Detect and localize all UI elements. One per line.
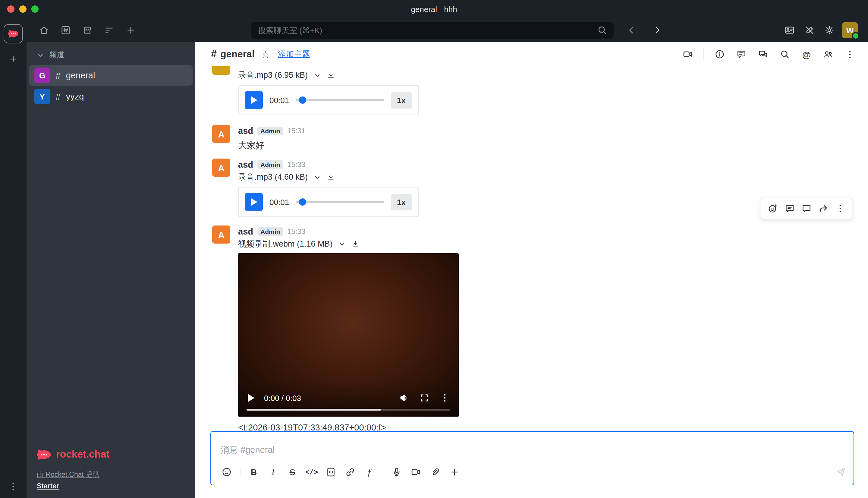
- home-button[interactable]: [37, 22, 51, 38]
- video-message-button[interactable]: [408, 464, 424, 481]
- video-play-button[interactable]: [248, 394, 254, 402]
- discussions-button[interactable]: [755, 46, 772, 63]
- directory-button[interactable]: [58, 22, 73, 38]
- message-list: 录音.mp3 (6.95 kB) 00:01 1x: [195, 66, 868, 431]
- video-progress-bar[interactable]: [246, 409, 450, 410]
- threads-button[interactable]: [733, 46, 750, 63]
- admin-button[interactable]: [783, 22, 797, 38]
- username[interactable]: asd: [238, 227, 253, 236]
- send-button[interactable]: [836, 467, 846, 477]
- message-composer: B I S </> ƒ: [210, 431, 854, 485]
- add-workspace-button[interactable]: [9, 54, 18, 64]
- audio-seek-slider[interactable]: [296, 99, 384, 101]
- history-forward-button[interactable]: [650, 22, 664, 38]
- attachment-title[interactable]: 录音.mp3 (6.95 kB): [238, 70, 308, 81]
- slider-knob[interactable]: [299, 96, 307, 104]
- close-window-button[interactable]: [7, 5, 14, 13]
- forward-button[interactable]: [815, 200, 832, 217]
- add-reaction-button[interactable]: [764, 200, 781, 217]
- thread-reply-button[interactable]: [781, 200, 798, 217]
- audio-play-button[interactable]: [245, 91, 263, 109]
- inline-code-button[interactable]: </>: [303, 464, 320, 481]
- sidebar-item-general[interactable]: G # general: [29, 65, 193, 86]
- audio-seek-slider[interactable]: [296, 201, 384, 203]
- channel-info-button[interactable]: [711, 46, 728, 63]
- playback-speed-button[interactable]: 1x: [390, 194, 412, 210]
- marketplace-button[interactable]: [80, 22, 95, 38]
- code-block-button[interactable]: [322, 464, 339, 481]
- collapse-attachment-button[interactable]: [338, 240, 346, 248]
- collapse-attachment-button[interactable]: [313, 71, 321, 79]
- link-icon: [345, 467, 356, 477]
- plus-icon: [449, 467, 460, 477]
- video-time: 0:00 / 0:03: [264, 393, 301, 403]
- create-new-button[interactable]: [123, 22, 138, 38]
- minimize-window-button[interactable]: [19, 5, 27, 13]
- search-box[interactable]: [251, 22, 614, 39]
- quote-button[interactable]: [798, 200, 815, 217]
- download-attachment-button[interactable]: [351, 240, 360, 248]
- italic-button[interactable]: I: [265, 464, 281, 481]
- plus-actions-button[interactable]: [446, 464, 463, 481]
- user-avatar[interactable]: W: [842, 22, 858, 38]
- message: 录音.mp3 (6.95 kB) 00:01 1x: [212, 66, 868, 115]
- compose-disabled-button[interactable]: [802, 22, 817, 38]
- chevron-down-icon: [313, 173, 321, 181]
- video-buffer: [246, 409, 381, 410]
- formula-button[interactable]: ƒ: [361, 464, 378, 481]
- star-icon[interactable]: ☆: [261, 49, 270, 60]
- search-input[interactable]: [251, 26, 614, 35]
- message-input[interactable]: [211, 432, 854, 459]
- username[interactable]: asd: [238, 160, 253, 169]
- chevron-left-icon: [626, 25, 637, 36]
- avatar: Y: [35, 89, 50, 104]
- avatar: A: [212, 125, 230, 143]
- message: A asd Admin 15:33 视频录制.webm (1.16 MB): [212, 225, 868, 417]
- link-button[interactable]: [342, 464, 359, 481]
- volume-button[interactable]: [398, 393, 409, 403]
- playback-speed-button[interactable]: 1x: [390, 92, 412, 108]
- video-player[interactable]: 0:00 / 0:03: [238, 253, 459, 417]
- strikethrough-button[interactable]: S: [284, 464, 301, 481]
- download-icon: [326, 173, 335, 182]
- collapse-attachment-button[interactable]: [313, 173, 321, 181]
- emoji-button[interactable]: [218, 464, 235, 481]
- channels-group-header[interactable]: 频道: [27, 42, 195, 65]
- plan-link[interactable]: Starter: [37, 482, 109, 489]
- video-menu-button[interactable]: [439, 393, 450, 403]
- more-actions-button[interactable]: [832, 200, 849, 217]
- audio-message-button[interactable]: [388, 464, 405, 481]
- username[interactable]: asd: [238, 126, 253, 136]
- history-back-button[interactable]: [625, 22, 639, 38]
- fullscreen-button[interactable]: [419, 393, 430, 403]
- members-button[interactable]: [820, 46, 837, 63]
- play-icon: [251, 96, 257, 104]
- sort-button[interactable]: [102, 22, 116, 38]
- zoom-window-button[interactable]: [31, 5, 39, 13]
- server-strip-menu-button[interactable]: [8, 481, 19, 492]
- audio-player: 00:01 1x: [238, 85, 419, 115]
- message-text: 大家好: [238, 140, 305, 151]
- audio-time: 00:01: [269, 197, 289, 207]
- audio-play-button[interactable]: [245, 193, 263, 211]
- message-time: 15:33: [287, 227, 305, 236]
- download-icon: [351, 240, 360, 248]
- slider-knob[interactable]: [299, 198, 307, 206]
- workspace-avatar[interactable]: [4, 24, 23, 43]
- powered-by-link[interactable]: 由 Rocket.Chat 提供: [37, 470, 109, 479]
- add-topic-link[interactable]: 添加主题: [278, 49, 310, 60]
- search-messages-button[interactable]: [776, 46, 793, 63]
- attachment-title[interactable]: 录音.mp3 (4.60 kB): [238, 172, 308, 183]
- download-attachment-button[interactable]: [326, 71, 335, 80]
- bold-button[interactable]: B: [245, 464, 262, 481]
- sidebar-item-yyzq[interactable]: Y # yyzq: [29, 86, 193, 107]
- settings-button[interactable]: [822, 22, 837, 38]
- video-call-button[interactable]: [679, 46, 696, 63]
- mentions-button[interactable]: @: [798, 46, 815, 63]
- thread-icon: [784, 203, 795, 214]
- download-attachment-button[interactable]: [326, 173, 335, 182]
- home-icon: [39, 25, 50, 36]
- attachment-title[interactable]: 视频录制.webm (1.16 MB): [238, 239, 333, 250]
- kebab-menu-button[interactable]: [841, 46, 858, 63]
- attach-file-button[interactable]: [427, 464, 444, 481]
